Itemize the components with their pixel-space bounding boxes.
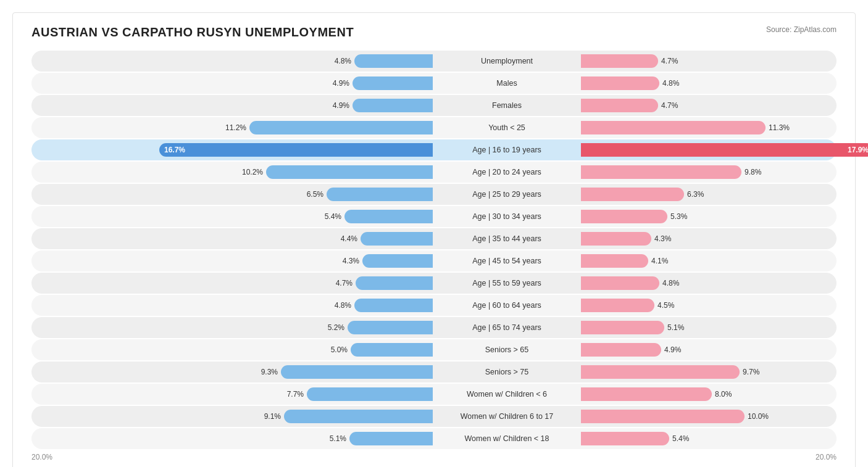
chart-row: 4.7% Age | 55 to 59 years 4.8% [31, 273, 837, 294]
chart-source: Source: ZipAtlas.com [766, 25, 837, 34]
left-section: 5.4% [31, 206, 433, 227]
right-section: 4.8% [581, 273, 868, 294]
left-section: 5.2% [31, 317, 433, 338]
left-section: 4.8% [31, 51, 433, 72]
left-section: 6.5% [31, 184, 433, 205]
row-label: Age | 30 to 34 years [433, 212, 581, 221]
left-section: 4.9% [31, 73, 433, 94]
row-label: Age | 20 to 24 years [433, 168, 581, 176]
left-section: 4.8% [31, 295, 433, 316]
row-label: Unemployment [433, 57, 581, 65]
chart-container: AUSTRIAN VS CARPATHO RUSYN UNEMPLOYMENT … [12, 12, 856, 467]
chart-row: 4.4% Age | 35 to 44 years 4.3% [31, 228, 837, 249]
right-section: 5.1% [581, 317, 868, 338]
row-inner: 6.5% Age | 25 to 29 years 6.3% [31, 184, 837, 205]
chart-header: AUSTRIAN VS CARPATHO RUSYN UNEMPLOYMENT … [31, 25, 837, 39]
chart-row: 9.3% Seniors > 75 9.7% [31, 362, 837, 382]
right-section: 5.3% [581, 206, 868, 227]
right-section: 8.0% [581, 384, 868, 405]
axis-right: 20.0% [816, 453, 837, 461]
chart-row: 5.1% Women w/ Children < 18 5.4% [31, 428, 837, 449]
row-inner: 4.4% Age | 35 to 44 years 4.3% [31, 228, 837, 249]
chart-body: 4.8% Unemployment 4.7% [31, 51, 837, 449]
row-inner: 4.7% Age | 55 to 59 years 4.8% [31, 273, 837, 294]
row-label: Males [433, 79, 581, 88]
row-inner: 11.2% Youth < 25 11.3% [31, 117, 837, 138]
row-inner: 9.3% Seniors > 75 9.7% [31, 362, 837, 382]
chart-row: 7.7% Women w/ Children < 6 8.0% [31, 384, 837, 405]
row-label: Age | 16 to 19 years [433, 146, 581, 154]
right-section: 4.8% [581, 73, 868, 94]
left-section: 5.0% [31, 339, 433, 360]
right-section: 4.1% [581, 250, 868, 271]
row-label: Age | 35 to 44 years [433, 234, 581, 243]
row-label: Age | 60 to 64 years [433, 301, 581, 310]
row-inner: 10.2% Age | 20 to 24 years 9.8% [31, 162, 837, 183]
left-section: 4.7% [31, 273, 433, 294]
right-section: 4.7% [581, 95, 868, 116]
right-section: 5.4% [581, 428, 868, 449]
row-label: Age | 25 to 29 years [433, 190, 581, 199]
left-section: 5.1% [31, 428, 433, 449]
row-label: Women w/ Children 6 to 17 [433, 412, 581, 421]
chart-row: 4.8% Unemployment 4.7% [31, 51, 837, 72]
row-label: Women w/ Children < 6 [433, 390, 581, 399]
chart-row: 4.3% Age | 45 to 54 years 4.1% [31, 250, 837, 271]
chart-row: 4.8% Age | 60 to 64 years 4.5% [31, 295, 837, 316]
left-section: 7.7% [31, 384, 433, 405]
right-section: 4.3% [581, 228, 868, 249]
right-section: 4.9% [581, 339, 868, 360]
left-section: 9.1% [31, 406, 433, 427]
right-section: 10.0% [581, 406, 868, 427]
chart-row: 9.1% Women w/ Children 6 to 17 10.0% [31, 406, 837, 427]
left-section: 9.3% [31, 362, 433, 382]
row-inner: 4.9% Females 4.7% [31, 95, 837, 116]
chart-row: 16.7% Age | 16 to 19 years 17.9% [31, 139, 837, 160]
row-label: Age | 55 to 59 years [433, 279, 581, 287]
row-label: Women w/ Children < 18 [433, 434, 581, 443]
chart-row: 6.5% Age | 25 to 29 years 6.3% [31, 184, 837, 205]
row-inner: 4.8% Age | 60 to 64 years 4.5% [31, 295, 837, 316]
row-inner: 16.7% Age | 16 to 19 years 17.9% [31, 139, 837, 160]
left-section: 11.2% [31, 117, 433, 138]
row-label: Seniors > 65 [433, 345, 581, 354]
left-section: 4.9% [31, 95, 433, 116]
chart-row: 5.2% Age | 65 to 74 years 5.1% [31, 317, 837, 338]
left-section: 4.3% [31, 250, 433, 271]
row-label: Youth < 25 [433, 123, 581, 132]
right-section: 9.7% [581, 362, 868, 382]
right-section: 9.8% [581, 162, 868, 183]
right-section: 11.3% [581, 117, 868, 138]
right-section: 4.7% [581, 51, 868, 72]
axis-left: 20.0% [31, 453, 52, 461]
chart-row: 5.0% Seniors > 65 4.9% [31, 339, 837, 360]
chart-title: AUSTRIAN VS CARPATHO RUSYN UNEMPLOYMENT [31, 25, 354, 39]
row-inner: 5.4% Age | 30 to 34 years 5.3% [31, 206, 837, 227]
right-section: 4.5% [581, 295, 868, 316]
chart-row: 10.2% Age | 20 to 24 years 9.8% [31, 162, 837, 183]
right-section: 6.3% [581, 184, 868, 205]
left-section: 10.2% [31, 162, 433, 183]
row-label: Age | 45 to 54 years [433, 257, 581, 265]
row-label: Age | 65 to 74 years [433, 323, 581, 332]
chart-row: 5.4% Age | 30 to 34 years 5.3% [31, 206, 837, 227]
row-inner: 4.9% Males 4.8% [31, 73, 837, 94]
row-label: Seniors > 75 [433, 368, 581, 376]
left-section: 16.7% [31, 139, 433, 160]
right-section: 17.9% [581, 139, 868, 160]
row-inner: 9.1% Women w/ Children 6 to 17 10.0% [31, 406, 837, 427]
left-section: 4.4% [31, 228, 433, 249]
chart-row: 11.2% Youth < 25 11.3% [31, 117, 837, 138]
row-inner: 7.7% Women w/ Children < 6 8.0% [31, 384, 837, 405]
row-inner: 4.3% Age | 45 to 54 years 4.1% [31, 250, 837, 271]
row-label: Females [433, 101, 581, 110]
chart-row: 4.9% Females 4.7% [31, 95, 837, 116]
axis-labels: 20.0% 20.0% [31, 453, 837, 461]
row-inner: 5.0% Seniors > 65 4.9% [31, 339, 837, 360]
chart-row: 4.9% Males 4.8% [31, 73, 837, 94]
row-inner: 5.2% Age | 65 to 74 years 5.1% [31, 317, 837, 338]
row-inner: 5.1% Women w/ Children < 18 5.4% [31, 428, 837, 449]
row-inner: 4.8% Unemployment 4.7% [31, 51, 837, 72]
